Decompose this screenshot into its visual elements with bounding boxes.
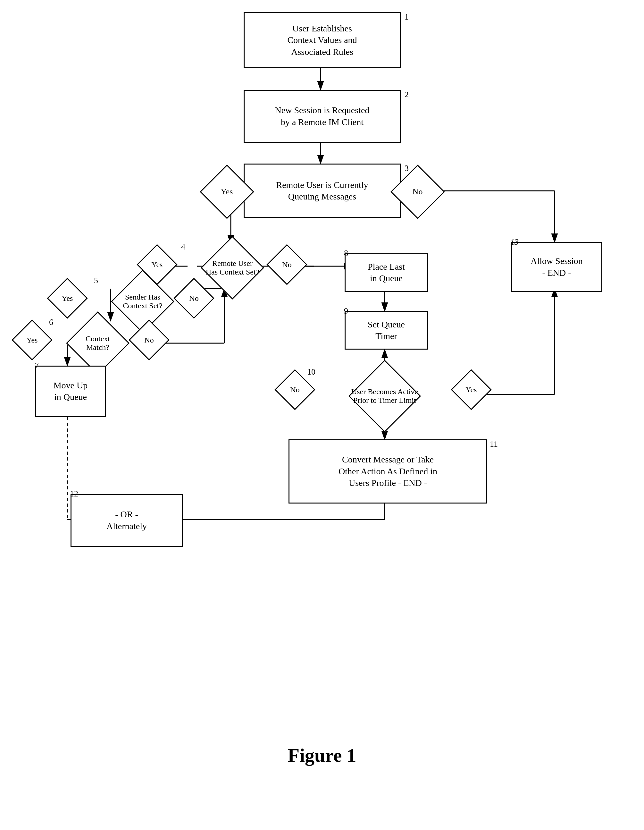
node-4-ref: 4: [181, 242, 185, 252]
node-13-label: Allow Session- END -: [530, 255, 583, 279]
figure-label: Figure 1: [288, 744, 356, 767]
node-5-no-diamond: No: [178, 282, 210, 314]
node-7-ref: 7: [35, 361, 39, 371]
node-8-box: Place Lastin Queue: [345, 253, 428, 292]
node-8-ref: 8: [344, 249, 348, 258]
node-13-ref: 13: [510, 237, 519, 247]
node-1-box: User EstablishesContext Values andAssoci…: [244, 12, 401, 68]
node-7-label: Move Upin Queue: [54, 380, 88, 403]
node-2-ref: 2: [405, 90, 409, 100]
node-3-ref: 3: [405, 163, 409, 173]
node-9-label: Set QueueTimer: [368, 319, 405, 342]
node-3-label: Remote User is CurrentlyQueuing Messages: [276, 179, 368, 203]
node-11-label: Convert Message or TakeOther Action As D…: [339, 454, 437, 489]
node-11-ref: 11: [490, 439, 498, 449]
node-10-yes-diamond: Yes: [455, 374, 487, 406]
node-3-box: Remote User is CurrentlyQueuing Messages: [244, 163, 401, 218]
node-5-ref: 5: [94, 276, 98, 285]
node-3-yes-diamond: Yes: [208, 173, 245, 210]
node-1-ref: 1: [405, 12, 409, 22]
node-10-no-diamond: No: [279, 374, 311, 406]
node-4-no-diamond: No: [271, 249, 303, 280]
node-12-box: - OR -Alternately: [71, 494, 183, 547]
node-12-label: - OR -Alternately: [106, 508, 147, 532]
node-5-diamond: Sender HasContext Set?: [95, 279, 191, 324]
node-12-ref: 12: [70, 489, 78, 499]
node-6-yes-diamond: Yes: [16, 324, 48, 356]
node-2-box: New Session is Requestedby a Remote IM C…: [244, 90, 401, 143]
flowchart-diagram: User EstablishesContext Values andAssoci…: [0, 0, 644, 786]
node-13-box: Allow Session- END -: [511, 242, 602, 292]
node-6-diamond: ContextMatch?: [50, 321, 146, 366]
node-9-ref: 9: [344, 306, 348, 316]
node-8-label: Place Lastin Queue: [368, 261, 405, 285]
node-10-diamond: User Becomes ActivePrior to Timer Limit: [308, 371, 462, 422]
node-1-label: User EstablishesContext Values andAssoci…: [287, 23, 357, 58]
node-6-ref: 6: [49, 317, 53, 327]
node-6-no-diamond: No: [133, 324, 165, 356]
node-2-label: New Session is Requestedby a Remote IM C…: [275, 105, 370, 128]
node-5-yes-diamond: Yes: [51, 282, 83, 314]
node-7-box: Move Upin Queue: [35, 366, 106, 417]
node-9-box: Set QueueTimer: [345, 311, 428, 350]
node-3-no-diamond: No: [399, 173, 436, 210]
node-11-box: Convert Message or TakeOther Action As D…: [288, 439, 487, 504]
